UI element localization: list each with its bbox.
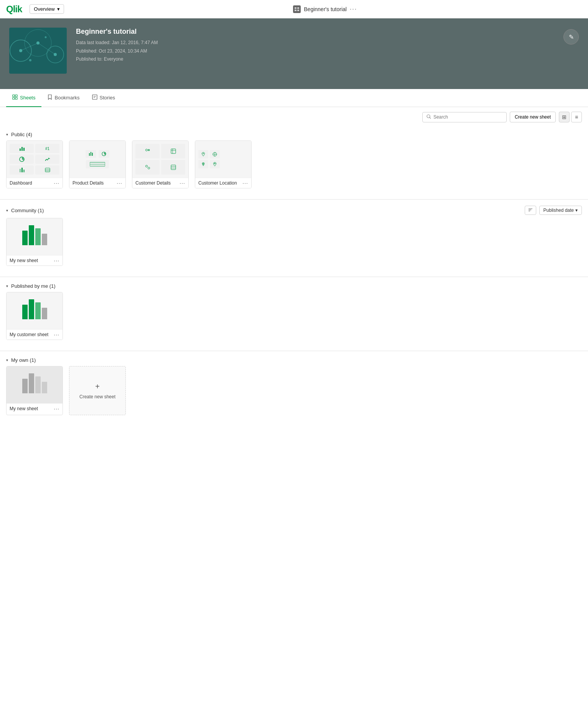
bar-3: [35, 376, 41, 393]
svg-rect-26: [23, 148, 25, 151]
svg-rect-43: [171, 149, 176, 153]
svg-point-10: [19, 49, 22, 52]
bar-1: [22, 305, 28, 319]
my-own-header[interactable]: ▾ My own (1): [6, 353, 582, 366]
nav-center: Beginner's tutorial ···: [293, 5, 357, 13]
hero-section: Beginner's tutorial Data last loaded: Ja…: [0, 18, 588, 89]
chevron-down-icon: ▾: [57, 6, 60, 12]
customer-more-button[interactable]: ···: [180, 180, 185, 186]
search-input[interactable]: [433, 114, 502, 120]
overview-dropdown[interactable]: Overview ▾: [30, 4, 64, 14]
sheet-card-my-customer-sheet[interactable]: My customer sheet ···: [6, 292, 63, 340]
dashboard-footer: Dashboard ···: [7, 178, 63, 188]
svg-point-46: [145, 165, 147, 167]
dash-icon-5: [10, 165, 34, 175]
bar-4: [42, 234, 47, 245]
tab-bookmarks-label: Bookmarks: [54, 95, 79, 101]
my-customer-sheet-name: My customer sheet: [10, 332, 48, 337]
hero-data-loaded: Data last loaded: Jan 12, 2016, 7:47 AM: [76, 39, 554, 47]
dashboard-more-button[interactable]: ···: [54, 180, 59, 186]
community-section-title: Community (1): [11, 208, 44, 213]
community-section-header[interactable]: ▾ Community (1) Published date ▾: [6, 201, 582, 218]
cust-icon-4: [161, 160, 185, 175]
create-sheet-button[interactable]: Create new sheet: [510, 112, 556, 122]
community-sort-button[interactable]: [525, 206, 536, 215]
bar-1: [22, 379, 28, 393]
my-new-sheet-own-more-button[interactable]: ···: [54, 406, 59, 411]
svg-rect-37: [92, 153, 93, 156]
dash-icon-4: [35, 155, 59, 164]
app-more-button[interactable]: ···: [350, 6, 357, 13]
svg-point-14: [45, 36, 47, 38]
svg-rect-30: [21, 168, 23, 172]
dash-icon-3: [10, 155, 34, 164]
svg-rect-25: [21, 147, 23, 151]
grid-view-button[interactable]: ⊞: [559, 112, 570, 122]
my-own-title: My own (1): [11, 357, 36, 363]
sheet-card-customer-details[interactable]: Customer Details ···: [132, 140, 189, 188]
svg-rect-19: [92, 95, 97, 99]
app-thumbnail: [9, 28, 67, 74]
svg-rect-32: [45, 168, 50, 172]
tab-sheets-label: Sheets: [20, 95, 35, 101]
my-new-sheet-community-more-button[interactable]: ···: [54, 258, 59, 263]
bar-2: [29, 373, 34, 393]
my-customer-sheet-thumbnail: [7, 292, 63, 329]
svg-rect-31: [23, 170, 25, 172]
bar-1: [22, 231, 28, 245]
sheet-card-my-new-sheet-own[interactable]: My new sheet ···: [6, 366, 63, 415]
location-more-button[interactable]: ···: [242, 180, 248, 186]
dash-icon-1: [10, 144, 34, 153]
sheet-card-product-details[interactable]: Product Details ···: [69, 140, 126, 188]
community-section: ▾ Community (1) Published date ▾: [0, 201, 588, 275]
my-own-chevron-icon: ▾: [6, 358, 8, 362]
search-box[interactable]: [422, 112, 507, 122]
hero-info: Beginner's tutorial Data last loaded: Ja…: [76, 28, 554, 64]
sheet-card-customer-location[interactable]: Customer Location ···: [195, 140, 252, 188]
customer-thumbnail: [132, 141, 188, 178]
public-section-header[interactable]: ▾ Public (4): [6, 127, 582, 140]
pencil-icon: ✎: [569, 33, 574, 41]
svg-rect-36: [91, 152, 91, 156]
published-by-me-chevron-icon: ▾: [6, 284, 8, 288]
qlik-logo: Qlik: [6, 4, 22, 15]
svg-point-42: [148, 149, 150, 151]
svg-rect-17: [13, 97, 15, 99]
product-more-button[interactable]: ···: [117, 180, 122, 186]
stories-icon: [92, 94, 97, 101]
community-sort-dropdown[interactable]: Published date ▾: [539, 206, 582, 215]
list-icon: ≡: [575, 114, 578, 120]
svg-rect-18: [15, 97, 17, 99]
svg-point-12: [54, 53, 57, 56]
bar-4: [42, 382, 47, 393]
sheet-card-dashboard[interactable]: #1 Dashboard: [6, 140, 63, 188]
my-new-sheet-own-thumbnail: [7, 366, 63, 403]
my-customer-chart: [19, 299, 50, 322]
public-chevron-icon: ▾: [6, 132, 8, 137]
bar-3: [35, 302, 41, 319]
my-customer-sheet-more-button[interactable]: ···: [54, 332, 59, 337]
sheets-icon: [12, 94, 18, 101]
tab-stories[interactable]: Stories: [86, 89, 121, 107]
tab-sheets[interactable]: Sheets: [6, 89, 41, 107]
search-icon: [427, 114, 431, 120]
cust-icon-1: [135, 144, 160, 158]
svg-rect-24: [20, 148, 21, 151]
published-by-me-header[interactable]: ▾ Published by me (1): [6, 279, 582, 292]
list-view-button[interactable]: ≡: [571, 112, 582, 122]
sort-dropdown-label: Published date: [544, 208, 574, 213]
my-new-sheet-own-name: My new sheet: [10, 406, 38, 411]
my-own-section: ▾ My own (1) My new sheet ··· + Create n…: [0, 353, 588, 424]
sheet-card-my-new-sheet-community[interactable]: My new sheet ···: [6, 218, 63, 266]
product-thumbnail: [69, 141, 125, 178]
svg-point-13: [29, 59, 31, 61]
location-thumbnail: [195, 141, 251, 178]
svg-line-23: [430, 117, 431, 119]
customer-footer: Customer Details ···: [132, 178, 188, 188]
svg-point-41: [145, 149, 147, 151]
svg-rect-35: [89, 153, 90, 156]
create-new-sheet-card[interactable]: + Create new sheet: [69, 366, 126, 415]
sort-chevron-icon: ▾: [575, 208, 578, 213]
tab-bookmarks[interactable]: Bookmarks: [41, 89, 86, 107]
hero-edit-button[interactable]: ✎: [563, 29, 579, 45]
